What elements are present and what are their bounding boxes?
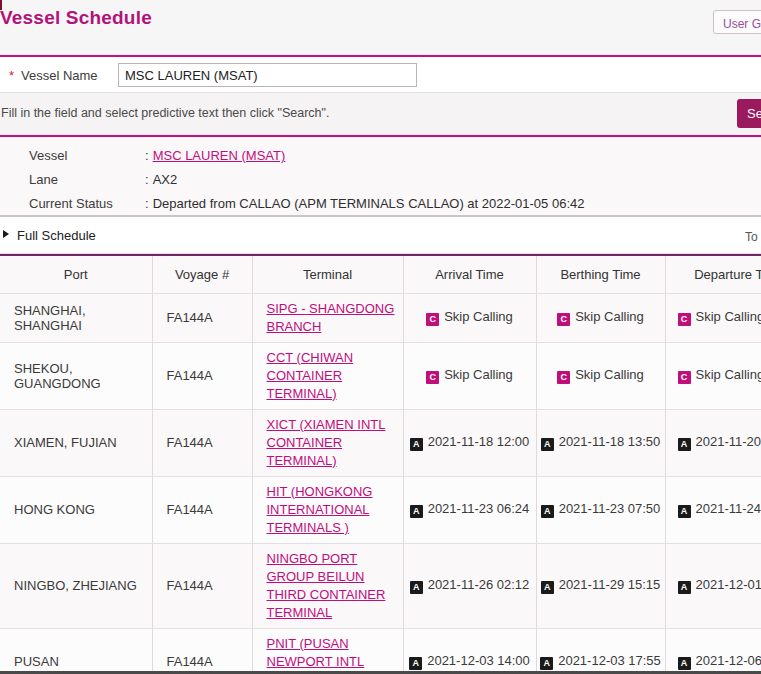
port-cell: HONG KONG xyxy=(0,476,152,543)
col-header-terminal: Terminal xyxy=(252,255,403,293)
page-title: Vessel Schedule xyxy=(0,7,152,29)
voyage-cell: FA144A xyxy=(152,293,252,342)
voyage-cell: FA144A xyxy=(152,543,252,628)
departure-cell: A2021-11-20 1 xyxy=(665,409,761,476)
actual-time-icon: A xyxy=(540,657,553,670)
schedule-row: PUSAN FA144A PNIT (PUSAN NEWPORT INTL TE… xyxy=(0,628,761,674)
actual-time-icon: A xyxy=(541,438,554,451)
vessel-label: Vessel xyxy=(29,146,145,165)
full-schedule-bar: Full Schedule To xyxy=(0,217,761,254)
departure-cell: A2021-12-01 1 xyxy=(665,543,761,628)
berthing-cell: A2021-11-18 13:50 xyxy=(536,409,665,476)
hint-bar: Fill in the field and select predictive … xyxy=(0,93,761,135)
actual-time-icon: A xyxy=(541,505,554,518)
schedule-row: NINGBO, ZHEJIANG FA144A NINGBO PORT GROU… xyxy=(0,543,761,628)
departure-cell: CSkip Calling xyxy=(665,293,761,342)
arrival-cell: CSkip Calling xyxy=(403,342,536,409)
berthing-cell: A2021-12-03 17:55 xyxy=(536,628,665,674)
voyage-cell: FA144A xyxy=(152,342,252,409)
lane-label: Lane xyxy=(29,170,145,189)
search-button[interactable]: Search xyxy=(737,99,761,128)
colon: : xyxy=(145,170,149,189)
actual-time-icon: A xyxy=(678,438,691,451)
search-form: * Vessel Name xyxy=(0,57,761,93)
skip-calling-icon: C xyxy=(557,371,570,384)
departure-cell: A2021-12-06 0 xyxy=(665,628,761,674)
schedule-right-text: To xyxy=(745,230,758,244)
berthing-cell: CSkip Calling xyxy=(536,342,665,409)
skip-calling-icon: C xyxy=(426,313,439,326)
search-hint-text: Fill in the field and select predictive … xyxy=(1,106,329,120)
colon: : xyxy=(145,146,149,165)
vessel-info-panel: Vessel : MSC LAUREN (MSAT) Lane : AX2 Cu… xyxy=(0,137,761,217)
port-cell: SHEKOU, GUANGDONG xyxy=(0,342,152,409)
required-marker: * xyxy=(9,68,14,83)
voyage-cell: FA144A xyxy=(152,628,252,674)
actual-time-icon: A xyxy=(678,581,691,594)
port-cell: NINGBO, ZHEJIANG xyxy=(0,543,152,628)
vessel-info-row: Vessel : MSC LAUREN (MSAT) xyxy=(29,146,761,165)
current-status-label: Current Status xyxy=(29,194,145,213)
expand-arrow-icon[interactable] xyxy=(3,230,9,238)
actual-time-icon: A xyxy=(410,438,423,451)
schedule-row: SHANGHAI, SHANGHAI FA144A SIPG - SHANGDO… xyxy=(0,293,761,342)
skip-calling-icon: C xyxy=(426,371,439,384)
skip-calling-icon: C xyxy=(678,371,691,384)
port-cell: PUSAN xyxy=(0,628,152,674)
arrival-cell: A2021-12-03 14:00 xyxy=(403,628,536,674)
actual-time-icon: A xyxy=(410,505,423,518)
page-header: Vessel Schedule User Guide xyxy=(0,0,761,55)
full-schedule-title[interactable]: Full Schedule xyxy=(17,228,96,243)
voyage-cell: FA144A xyxy=(152,409,252,476)
port-cell: SHANGHAI, SHANGHAI xyxy=(0,293,152,342)
arrival-cell: A2021-11-18 12:00 xyxy=(403,409,536,476)
status-info-row: Current Status : Departed from CALLAO (A… xyxy=(29,194,761,213)
skip-calling-icon: C xyxy=(678,313,691,326)
port-cell: XIAMEN, FUJIAN xyxy=(0,409,152,476)
lane-value: AX2 xyxy=(153,170,178,189)
departure-cell: CSkip Calling xyxy=(665,342,761,409)
schedule-table: Port Voyage # Terminal Arrival Time Bert… xyxy=(0,254,761,674)
vessel-name-input[interactable] xyxy=(118,63,417,87)
berthing-cell: CSkip Calling xyxy=(536,293,665,342)
actual-time-icon: A xyxy=(410,581,423,594)
arrival-cell: A2021-11-23 06:24 xyxy=(403,476,536,543)
skip-calling-icon: C xyxy=(557,313,570,326)
actual-time-icon: A xyxy=(541,581,554,594)
actual-time-icon: A xyxy=(678,657,691,670)
col-header-port: Port xyxy=(0,255,152,293)
arrival-cell: A2021-11-26 02:12 xyxy=(403,543,536,628)
colon: : xyxy=(145,194,149,213)
voyage-cell: FA144A xyxy=(152,476,252,543)
lane-info-row: Lane : AX2 xyxy=(29,170,761,189)
berthing-cell: A2021-11-23 07:50 xyxy=(536,476,665,543)
user-guide-button[interactable]: User Guide xyxy=(713,10,761,34)
departure-cell: A2021-11-24 1 xyxy=(665,476,761,543)
schedule-header-row: Port Voyage # Terminal Arrival Time Bert… xyxy=(0,255,761,293)
actual-time-icon: A xyxy=(678,505,691,518)
berthing-cell: A2021-11-29 15:15 xyxy=(536,543,665,628)
terminal-link[interactable]: PNIT (PUSAN NEWPORT INTL TERMINAL) xyxy=(267,636,365,674)
terminal-link[interactable]: SIPG - SHANGDONG BRANCH xyxy=(267,301,395,334)
col-header-berthing: Berthing Time xyxy=(536,255,665,293)
schedule-row: XIAMEN, FUJIAN FA144A XICT (XIAMEN INTL … xyxy=(0,409,761,476)
vessel-name-label: Vessel Name xyxy=(21,68,98,83)
schedule-table-body: SHANGHAI, SHANGHAI FA144A SIPG - SHANGDO… xyxy=(0,293,761,674)
vessel-link[interactable]: MSC LAUREN (MSAT) xyxy=(153,146,286,165)
col-header-departure: Departure Time xyxy=(665,255,761,293)
terminal-link[interactable]: NINGBO PORT GROUP BEILUN THIRD CONTAINER… xyxy=(267,551,386,620)
arrival-cell: CSkip Calling xyxy=(403,293,536,342)
current-status-value: Departed from CALLAO (APM TERMINALS CALL… xyxy=(153,194,585,213)
schedule-row: SHEKOU, GUANGDONG FA144A CCT (CHIWAN CON… xyxy=(0,342,761,409)
terminal-link[interactable]: HIT (HONGKONG INTERNATIONAL TERMINALS ) xyxy=(267,484,373,535)
col-header-voyage: Voyage # xyxy=(152,255,252,293)
terminal-link[interactable]: XICT (XIAMEN INTL CONTAINER TERMINAL) xyxy=(267,417,386,468)
schedule-row: HONG KONG FA144A HIT (HONGKONG INTERNATI… xyxy=(0,476,761,543)
terminal-link[interactable]: CCT (CHIWAN CONTAINER TERMINAL) xyxy=(267,350,354,401)
col-header-arrival: Arrival Time xyxy=(403,255,536,293)
actual-time-icon: A xyxy=(409,657,422,670)
